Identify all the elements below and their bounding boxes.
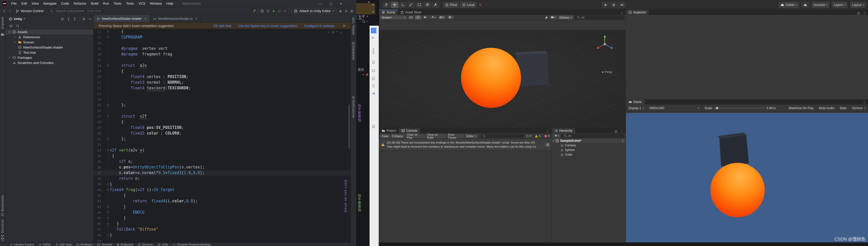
stripe-label-il-viewer[interactable]: IL Viewer xyxy=(351,21,355,35)
hierarchy-item-camera[interactable]: Camera xyxy=(552,143,626,148)
mini-scrollbar[interactable] xyxy=(373,48,374,54)
game-viewport[interactable]: CSDN @饿掉鱼 xyxy=(626,113,868,244)
console-editor-dropdown[interactable]: Editor▾ xyxy=(465,134,477,138)
menu-item-code[interactable]: Code xyxy=(59,1,71,6)
select-opened-file-icon[interactable] xyxy=(9,24,13,28)
fold-marker-icon[interactable] xyxy=(107,206,109,208)
collab-button[interactable]: Collab▾ xyxy=(779,2,799,8)
maximize-button[interactable]: ▢ xyxy=(329,2,332,6)
menu-item-edit[interactable]: Edit xyxy=(19,1,29,6)
editor-tab-csharp[interactable]: C#NewBehaviourScript.cs✕ xyxy=(150,15,201,22)
layout-button[interactable]: Layout▾ xyxy=(850,2,866,8)
status-item-dynamic-program-analysis[interactable]: Dynamic Program Analysis xyxy=(173,243,211,246)
explorer-stripe-label[interactable]: Explorer xyxy=(1,17,4,29)
tree-item-newsurfaceshader-shader[interactable]: NewSurfaceShader.shader xyxy=(6,45,93,50)
notification-action[interactable]: OK with that xyxy=(213,24,231,28)
search-everywhere-input[interactable]: Search everywhere Shift+Shift xyxy=(47,8,104,14)
fold-marker-icon[interactable] xyxy=(107,36,109,38)
scene-search-input[interactable]: All xyxy=(574,16,624,19)
unity-reload-icon[interactable] xyxy=(260,9,264,13)
db-icon[interactable] xyxy=(351,41,355,46)
scene-viewport[interactable]: ◄Persp xyxy=(379,30,626,138)
hamburger-icon[interactable]: ≡ xyxy=(372,35,374,40)
display-dropdown[interactable]: Display 1▾ xyxy=(626,105,647,111)
play-button[interactable] xyxy=(602,2,610,8)
debug-icon[interactable] xyxy=(339,9,342,13)
menu-item-help[interactable]: Help xyxy=(164,1,176,6)
game-button-mute-audio[interactable]: Mute Audio xyxy=(816,105,837,111)
editor-tab-shader[interactable]: NewSurfaceShader.shader✕ xyxy=(94,15,150,22)
game-button-maximize-on-play[interactable]: Maximize On Play xyxy=(786,105,816,111)
status-item-unity[interactable]: Unity xyxy=(158,243,168,246)
pin-icon[interactable]: 📌 xyxy=(366,74,369,76)
tool-scale-tool[interactable] xyxy=(407,2,415,8)
step-button[interactable] xyxy=(618,2,626,8)
toast-close-icon[interactable]: ✕ xyxy=(372,4,374,6)
fold-marker-icon[interactable] xyxy=(107,183,109,185)
scene-visibility-toggle[interactable]: 0 xyxy=(438,16,445,20)
status-item-todo[interactable]: TODO xyxy=(38,243,51,246)
row-menu-dots-icon[interactable] xyxy=(621,139,624,143)
scene-camera-settings[interactable]: ▾ xyxy=(550,16,557,20)
bell-icon[interactable] xyxy=(351,95,355,100)
folder-icon[interactable] xyxy=(1,32,4,36)
lighting-toggle[interactable] xyxy=(415,16,421,20)
menu-item-file[interactable]: File xyxy=(9,1,19,6)
menu-item-tools[interactable]: Tools xyxy=(124,1,136,6)
doc-icon[interactable] xyxy=(351,17,355,21)
inspector-menu-dots-icon[interactable] xyxy=(862,11,866,15)
run-icon[interactable] xyxy=(272,9,276,13)
run-config-attach-button[interactable]: Attach to Unity Editor ▾ xyxy=(291,8,337,14)
scene-orientation-gizmo[interactable] xyxy=(595,34,615,55)
status-item-unit-tests[interactable]: Unit Tests xyxy=(55,243,72,246)
console-button-clear-on-build[interactable]: Clear on Build xyxy=(426,134,446,138)
pen-icon[interactable] xyxy=(372,90,375,95)
tree-item-packages[interactable]: >Packages xyxy=(6,55,93,60)
shading-mode-dropdown[interactable]: Shaded▾ xyxy=(380,16,407,20)
tool-move[interactable] xyxy=(391,2,399,8)
snap-magnet-icon[interactable] xyxy=(478,3,482,7)
hierarchy-search-input[interactable]: All xyxy=(561,134,624,138)
tree-item-scenes[interactable]: >Scenes xyxy=(6,39,93,45)
console-warning-entry[interactable]: [16:36:43] There are inconsistent line e… xyxy=(379,139,552,150)
tab-scene[interactable]: Scene xyxy=(379,10,398,15)
locate-icon[interactable] xyxy=(60,17,64,21)
close-button[interactable]: ✕ xyxy=(340,2,342,6)
notification-action[interactable]: Configure in settings xyxy=(304,24,335,28)
close-icon[interactable]: ✕ xyxy=(367,15,369,18)
menu-item-tests[interactable]: Tests xyxy=(112,1,124,6)
notification-close-icon[interactable]: ✕ xyxy=(343,24,345,28)
hierarchy-lock-icon[interactable] xyxy=(614,130,618,133)
scene-tools-wrench-icon[interactable] xyxy=(545,16,549,19)
tab-project[interactable]: Project xyxy=(379,128,399,133)
menu-item-window[interactable]: Window xyxy=(148,1,164,6)
scale-slider-handle[interactable] xyxy=(716,107,718,109)
tree-item-test-mat[interactable]: Test.mat xyxy=(6,50,93,55)
close-tab-icon[interactable]: ✕ xyxy=(144,17,147,21)
menu-item-vcs[interactable]: VCS xyxy=(136,1,148,6)
image-icon[interactable] xyxy=(372,68,375,73)
tree-item-scratches-and-consoles[interactable]: Scratches and Consoles xyxy=(6,60,93,65)
local-toggle[interactable]: Local xyxy=(460,2,476,8)
tab-console[interactable]: Console xyxy=(399,128,420,133)
scale-slider[interactable]: Scale 0.481x xyxy=(702,105,778,111)
menu-item-view[interactable]: View xyxy=(29,1,41,6)
pivot-toggle[interactable]: Pivot xyxy=(443,2,459,8)
tab-inspector[interactable]: Inspector xyxy=(626,10,649,15)
gizmos-dropdown[interactable]: Gizmos▾ xyxy=(558,16,573,20)
clip-icon[interactable] xyxy=(372,83,375,88)
selected-item[interactable] xyxy=(371,28,376,33)
scale-slider-track[interactable] xyxy=(714,108,765,108)
grid-toggle[interactable]: ▾ xyxy=(447,16,454,20)
step-icon[interactable] xyxy=(283,9,287,13)
hide-panel-icon[interactable] xyxy=(88,17,92,21)
toast-close-icon[interactable]: ✕ xyxy=(372,10,374,13)
fold-marker-icon[interactable] xyxy=(107,104,109,106)
pause-icon[interactable] xyxy=(278,9,281,13)
bookmark-icon[interactable] xyxy=(1,212,4,217)
fold-marker-icon[interactable] xyxy=(107,223,109,225)
tree-item-assets[interactable]: vAssets xyxy=(6,29,93,34)
menu-item-build[interactable]: Build xyxy=(89,1,101,6)
tab-asset-store[interactable]: Asset Store xyxy=(398,10,424,15)
persp-label[interactable]: ◄Persp xyxy=(601,71,612,74)
